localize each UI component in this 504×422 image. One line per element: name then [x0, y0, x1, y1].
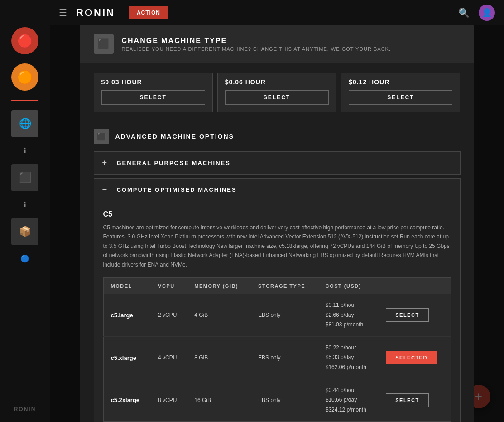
th-cost: COST (USD) [318, 277, 379, 294]
advanced-header-icon: ⬛ [94, 129, 109, 144]
table-row: c5.2xlarge 8 vCPU 16 GiB EBS only $0.44 … [103, 379, 451, 422]
sidebar-item-globe[interactable]: 🌐 [11, 110, 38, 137]
model-c52xlarge: c5.2xlarge [111, 397, 140, 403]
cost-c5large: $0.11 p/hour $2.66 p/day $81.03 p/month [318, 294, 379, 336]
accordion-general: + GENERAL PURPOSE MACHINES [94, 151, 461, 175]
topbar: ☰ RONIN ACTION 🔍 👤 [50, 0, 504, 25]
sidebar-item-info[interactable]: ℹ [24, 146, 26, 155]
c5-title: C5 [103, 210, 451, 218]
sidebar-item-info2[interactable]: ℹ [24, 200, 26, 209]
vcpu-c52xlarge: 8 vCPU [151, 379, 187, 422]
select-price-0-button[interactable]: SELECT [101, 90, 205, 105]
storage-c5large: EBS only [251, 294, 318, 336]
memory-c5large: 4 GiB [187, 294, 251, 336]
globe-box[interactable]: 🌐 [11, 110, 38, 137]
selected-c5xlarge-button[interactable]: SELECTED [386, 351, 437, 364]
ubuntu-avatar[interactable]: 🟠 [11, 63, 38, 91]
action-c5large: SELECT [379, 294, 451, 336]
main-content: ⬛ CHANGE MACHINE TYPE REALISED YOU NEED … [50, 25, 504, 422]
modal-header-icon: ⬛ [94, 34, 114, 54]
th-vcpu: VCPU [151, 277, 187, 294]
user-avatar[interactable]: 👤 [479, 5, 495, 21]
table-row: c5.large 2 vCPU 4 GiB EBS only $0.11 p/h… [103, 294, 451, 336]
modal-header: ⬛ CHANGE MACHINE TYPE REALISED YOU NEED … [80, 25, 474, 63]
c5-description: C5 machines are optimized for compute-in… [103, 223, 451, 269]
price-card-2: $0.12 HOUR SELECT [341, 73, 460, 112]
th-model: MODEL [103, 277, 151, 294]
machine-table: MODEL VCPU MEMORY (GIB) STORAGE TYPE COS… [103, 277, 451, 422]
accordion-general-toggle: + [102, 158, 111, 168]
accordion-compute-title: COMPUTE OPTIMISED MACHINES [117, 186, 237, 193]
select-c5large-button[interactable]: SELECT [386, 308, 428, 322]
accordion-compute-content: C5 C5 machines are optimized for compute… [94, 201, 460, 422]
memory-c5xlarge: 8 GiB [187, 336, 251, 379]
storage-c5xlarge: EBS only [251, 336, 318, 379]
modal-title: CHANGE MACHINE TYPE [122, 37, 391, 45]
accordion-compute: − COMPUTE OPTIMISED MACHINES C5 C5 machi… [94, 178, 461, 422]
active-divider [11, 100, 38, 101]
advanced-title: ADVANCED MACHINE OPTIONS [115, 133, 234, 140]
price-2: $0.12 HOUR [349, 78, 452, 86]
modal-header-text: CHANGE MACHINE TYPE REALISED YOU NEED A … [122, 37, 391, 52]
memory-c52xlarge: 16 GiB [187, 379, 251, 422]
advanced-section: ⬛ ADVANCED MACHINE OPTIONS + GENERAL PUR… [80, 121, 474, 422]
select-price-2-button[interactable]: SELECT [349, 90, 452, 105]
th-storage: STORAGE TYPE [251, 277, 318, 294]
modal-overlay: ⬛ CHANGE MACHINE TYPE REALISED YOU NEED … [50, 25, 504, 422]
cost-c5xlarge: $0.22 p/hour $5.33 p/day $162.06 p/month [318, 336, 379, 379]
sidebar-item-cube[interactable]: ⬛ [11, 164, 38, 191]
hamburger-icon[interactable]: ☰ [59, 7, 67, 18]
advanced-header: ⬛ ADVANCED MACHINE OPTIONS [94, 121, 461, 151]
modal: ⬛ CHANGE MACHINE TYPE REALISED YOU NEED … [80, 25, 474, 422]
select-c52xlarge-button[interactable]: SELECT [386, 393, 428, 407]
cube-box[interactable]: ⬛ [11, 164, 38, 191]
circle-icon: 🔵 [20, 254, 29, 263]
sidebar-brand: RONIN [14, 405, 36, 422]
accordion-compute-header[interactable]: − COMPUTE OPTIMISED MACHINES [94, 179, 460, 201]
sidebar-item-planet[interactable]: 🔴 [11, 27, 38, 54]
search-icon[interactable]: 🔍 [458, 7, 470, 18]
price-card-1: $0.06 HOUR SELECT [217, 73, 336, 112]
select-price-1-button[interactable]: SELECT [225, 90, 329, 105]
storage-c52xlarge: EBS only [251, 379, 318, 422]
action-button[interactable]: ACTION [129, 6, 168, 19]
th-memory: MEMORY (GIB) [187, 277, 251, 294]
sidebar-item-ubuntu[interactable]: 🟠 [11, 63, 38, 91]
action-c52xlarge: SELECT [379, 379, 451, 422]
model-c5xlarge: c5.xlarge [111, 354, 136, 361]
price-cards: $0.03 HOUR SELECT $0.06 HOUR SELECT $0.1… [80, 63, 474, 121]
sidebar: 🔴 🟠 🌐 ℹ ⬛ ℹ 📦 🔵 RONIN [0, 0, 50, 422]
cost-c52xlarge: $0.44 p/hour $10.66 p/day $324.12 p/mont… [318, 379, 379, 422]
modal-subtitle: REALISED YOU NEED A DIFFERENT MACHINE? C… [122, 46, 391, 52]
table-row: c5.xlarge 4 vCPU 8 GiB EBS only $0.22 p/… [103, 336, 451, 379]
accordion-general-header[interactable]: + GENERAL PURPOSE MACHINES [94, 152, 460, 174]
accordion-compute-toggle: − [102, 185, 111, 194]
planet-avatar[interactable]: 🔴 [11, 27, 38, 54]
tray-box[interactable]: 📦 [11, 218, 38, 245]
price-card-0: $0.03 HOUR SELECT [94, 73, 213, 112]
info2-icon[interactable]: ℹ [24, 200, 26, 209]
action-c5xlarge: SELECTED [379, 336, 451, 379]
price-0: $0.03 HOUR [101, 78, 205, 86]
sidebar-item-circle[interactable]: 🔵 [20, 254, 29, 263]
model-c5large: c5.large [111, 312, 133, 319]
info-icon[interactable]: ℹ [24, 146, 26, 155]
sidebar-item-tray[interactable]: 📦 [11, 218, 38, 245]
vcpu-c5xlarge: 4 vCPU [151, 336, 187, 379]
th-action [379, 277, 451, 294]
logo: RONIN [76, 7, 115, 19]
price-1: $0.06 HOUR [225, 78, 329, 86]
accordion-general-title: GENERAL PURPOSE MACHINES [117, 160, 230, 166]
vcpu-c5large: 2 vCPU [151, 294, 187, 336]
